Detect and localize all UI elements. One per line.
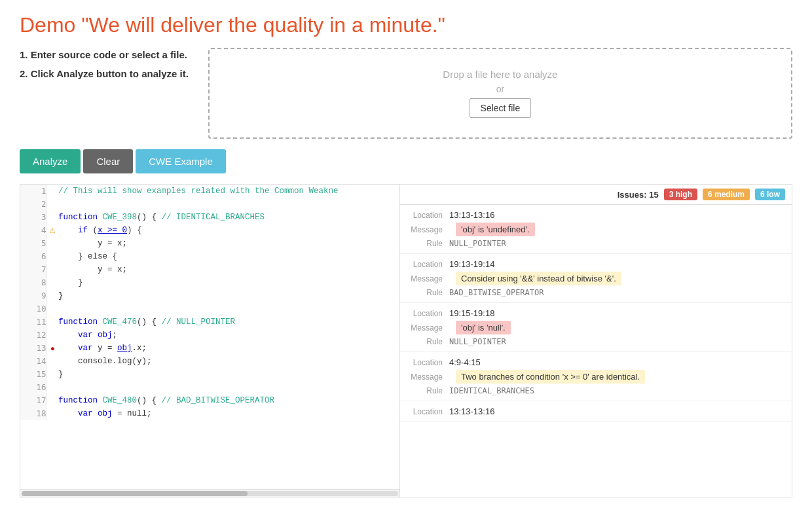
line-icon: ●: [46, 342, 58, 355]
h-scrollbar-thumb[interactable]: [22, 491, 248, 496]
issue-rule-value: NULL_POINTER: [449, 239, 506, 248]
line-icon: [46, 394, 58, 407]
line-number: 2: [20, 198, 46, 211]
table-row: 18 var obj = null;: [20, 407, 399, 420]
line-number: 6: [20, 250, 46, 263]
table-row: 5 y = x;: [20, 237, 399, 250]
issue-rule-row: RuleNULL_POINTER: [400, 336, 792, 348]
h-scrollbar-track[interactable]: [22, 491, 398, 496]
table-row: 10: [20, 302, 399, 316]
line-icon: [46, 276, 58, 289]
line-icon: [46, 198, 58, 211]
line-icon: [46, 185, 58, 198]
line-number: 18: [20, 407, 46, 420]
line-icon: [46, 368, 58, 381]
line-number: 15: [20, 368, 46, 381]
drop-zone-label: Drop a file here to analyze: [443, 69, 557, 80]
location-label: Location: [407, 211, 449, 220]
code-table: 1// This will show examples related with…: [20, 185, 399, 420]
issue-rule-value: NULL_POINTER: [449, 337, 506, 346]
line-icon: [46, 250, 58, 263]
issue-location-row: Location13:13-13:16: [400, 209, 792, 221]
line-icon: [46, 381, 58, 394]
line-number: 5: [20, 237, 46, 250]
line-code: // This will show examples related with …: [58, 185, 399, 198]
table-row: 14 console.log(y);: [20, 355, 399, 368]
instruction-step1: 1. Enter source code or select a file.: [20, 48, 189, 63]
line-code: function CWE_398() { // IDENTICAL_BRANCH…: [58, 211, 399, 224]
horizontal-scrollbar[interactable]: [20, 489, 399, 497]
location-value: 13:13-13:16: [449, 406, 494, 416]
line-code: function CWE_476() { // NULL_POINTER: [58, 316, 399, 329]
line-icon: [46, 316, 58, 329]
line-code: [58, 381, 399, 394]
rule-label: Rule: [407, 288, 449, 297]
table-row: 3function CWE_398() { // IDENTICAL_BRANC…: [20, 211, 399, 224]
line-icon: [46, 329, 58, 342]
title-plain: Demo: [20, 13, 81, 37]
instruction-step2: 2. Click Analyze button to analyze it.: [20, 67, 189, 82]
code-pane: 1// This will show examples related with…: [20, 185, 400, 497]
badge-high: 3 high: [664, 189, 697, 200]
select-file-button[interactable]: Select file: [470, 98, 532, 118]
table-row: 7 y = x;: [20, 263, 399, 276]
issue-rule-value: IDENTICAL_BRANCHES: [449, 386, 534, 395]
badge-medium: 6 medium: [703, 189, 750, 200]
line-code: } else {: [58, 250, 399, 263]
header: Demo "We will deliver the quality in a m…: [20, 13, 792, 37]
line-number: 4: [20, 224, 46, 237]
instructions: 1. Enter source code or select a file. 2…: [20, 48, 189, 139]
clear-button[interactable]: Clear: [83, 149, 133, 173]
line-icon: [46, 289, 58, 302]
line-code: var y = obj.x;: [58, 342, 399, 355]
issue-location-row: Location19:15-19:18: [400, 307, 792, 319]
line-code: }: [58, 368, 399, 381]
line-code: }: [58, 276, 399, 289]
table-row: 1// This will show examples related with…: [20, 185, 399, 198]
line-code: [58, 198, 399, 211]
page-title: Demo "We will deliver the quality in a m…: [20, 13, 792, 37]
line-icon: [46, 302, 58, 316]
line-code: [58, 302, 399, 316]
issue-rule-value: BAD_BITWISE_OPERATOR: [449, 288, 544, 297]
list-item: Location13:13-13:16Message'obj' is 'unde…: [400, 205, 792, 254]
line-number: 17: [20, 394, 46, 407]
drop-zone[interactable]: Drop a file here to analyze or Select fi…: [208, 48, 792, 139]
table-row: 11function CWE_476() { // NULL_POINTER: [20, 316, 399, 329]
analyze-button[interactable]: Analyze: [20, 149, 81, 173]
issue-location-row: Location13:13-13:16: [400, 405, 792, 418]
line-number: 16: [20, 381, 46, 394]
location-value: 13:13-13:16: [449, 210, 494, 220]
location-label: Location: [407, 260, 449, 269]
issue-message: Consider using '&&' instead of bitwise '…: [456, 272, 621, 285]
line-number: 3: [20, 211, 46, 224]
button-row: Analyze Clear CWE Example: [20, 149, 792, 173]
location-value: 19:15-19:18: [449, 308, 494, 318]
main-content: 1// This will show examples related with…: [20, 184, 792, 497]
issue-rule-row: RuleNULL_POINTER: [400, 238, 792, 249]
table-row: 17function CWE_480() { // BAD_BITWISE_OP…: [20, 394, 399, 407]
table-row: 9}: [20, 289, 399, 302]
table-row: 12 var obj;: [20, 329, 399, 342]
issue-rule-row: RuleIDENTICAL_BRANCHES: [400, 385, 792, 397]
rule-label: Rule: [407, 239, 449, 248]
location-label: Location: [407, 407, 449, 416]
issues-list[interactable]: Location13:13-13:16Message'obj' is 'unde…: [400, 205, 792, 486]
line-number: 10: [20, 302, 46, 316]
issue-message: 'obj' is 'null'.: [456, 321, 511, 334]
line-icon: [46, 211, 58, 224]
line-number: 13: [20, 342, 46, 355]
code-area[interactable]: 1// This will show examples related with…: [20, 185, 399, 489]
issues-count-label: Issues: 15: [618, 190, 659, 200]
table-row: 16: [20, 381, 399, 394]
cwe-example-button[interactable]: CWE Example: [136, 149, 226, 173]
list-item: Location13:13-13:16: [400, 401, 792, 422]
line-icon: [46, 407, 58, 420]
message-label: Message: [407, 323, 449, 333]
page: Demo "We will deliver the quality in a m…: [0, 0, 812, 511]
location-label: Location: [407, 358, 449, 367]
line-number: 9: [20, 289, 46, 302]
top-section: 1. Enter source code or select a file. 2…: [20, 48, 792, 139]
line-icon: [46, 355, 58, 368]
issue-rule-row: RuleBAD_BITWISE_OPERATOR: [400, 287, 792, 298]
